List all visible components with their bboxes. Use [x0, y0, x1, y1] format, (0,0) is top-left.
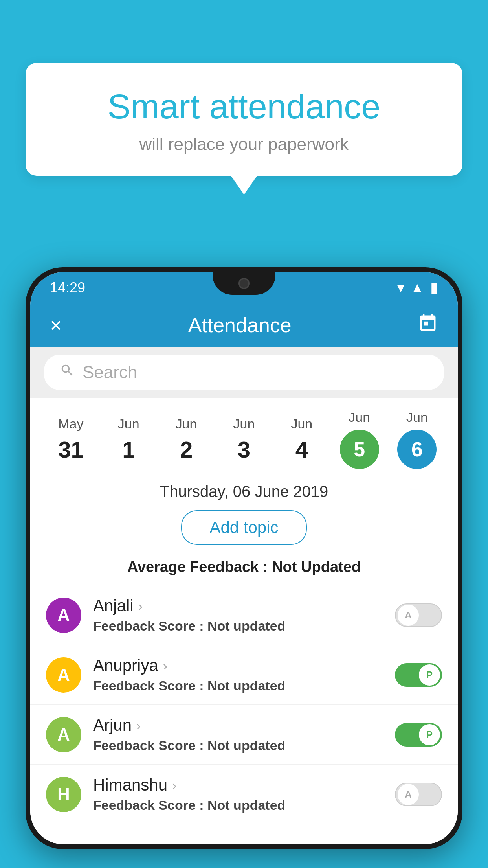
toggle-knob-anjali: A [398, 605, 419, 626]
date-item-jun2[interactable]: Jun 2 [163, 416, 210, 463]
toggle-knob-arjun: P [419, 724, 440, 745]
date-day: 1 [122, 436, 135, 463]
speech-bubble-subtitle: will replace your paperwork [53, 134, 435, 154]
speech-bubble-title: Smart attendance [53, 86, 435, 127]
toggle-knob-anupriya: P [419, 664, 440, 686]
student-info-arjun: Arjun › Feedback Score : Not updated [93, 716, 395, 753]
avg-feedback-label: Average Feedback : [127, 559, 268, 575]
app-bar-title: Attendance [188, 313, 292, 337]
date-day: 31 [58, 436, 84, 463]
battery-icon: ▮ [430, 280, 438, 296]
status-icons: ▾ ▲ ▮ [397, 280, 438, 296]
signal-icon: ▲ [410, 280, 424, 296]
student-feedback-anupriya: Feedback Score : Not updated [93, 678, 395, 693]
avg-feedback-value: Not Updated [272, 559, 361, 575]
student-name-arjun: Arjun › [93, 716, 395, 735]
student-avatar-anjali: A [46, 598, 81, 633]
student-item-anupriya[interactable]: A Anupriya › Feedback Score : Not update… [30, 645, 458, 705]
student-feedback-arjun: Feedback Score : Not updated [93, 738, 395, 753]
calendar-icon[interactable] [418, 313, 438, 338]
camera-dot [238, 278, 250, 289]
date-day: 4 [295, 436, 308, 463]
avg-feedback: Average Feedback : Not Updated [30, 555, 458, 585]
date-month: Jun [233, 416, 255, 432]
date-item-jun1[interactable]: Jun 1 [105, 416, 152, 463]
student-name-himanshu: Himanshu › [93, 776, 395, 794]
search-container: Search [30, 347, 458, 398]
date-day-selected-blue: 6 [397, 430, 437, 469]
add-topic-button[interactable]: Add topic [181, 510, 306, 545]
date-month: Jun [291, 416, 312, 432]
date-month: Jun [406, 410, 428, 425]
attendance-toggle-himanshu[interactable]: A [395, 783, 442, 806]
date-month: Jun [349, 410, 370, 425]
date-day: 3 [238, 436, 250, 463]
date-day: 2 [180, 436, 193, 463]
phone-notch [213, 272, 275, 295]
search-placeholder: Search [83, 362, 137, 382]
students-list: A Anjali › Feedback Score : Not updated … [30, 585, 458, 824]
student-avatar-anupriya: A [46, 657, 81, 693]
chevron-right-icon: › [163, 658, 167, 673]
student-feedback-himanshu: Feedback Score : Not updated [93, 798, 395, 813]
date-item-may31[interactable]: May 31 [47, 416, 94, 463]
status-time: 14:29 [50, 280, 85, 296]
date-month: May [58, 416, 83, 432]
speech-bubble: Smart attendance will replace your paper… [26, 63, 462, 176]
student-name-anupriya: Anupriya › [93, 656, 395, 675]
app-bar: × Attendance [30, 303, 458, 347]
add-topic-container: Add topic [30, 506, 458, 555]
date-item-jun6[interactable]: Jun 6 [393, 410, 440, 469]
selected-date-label: Thursday, 06 June 2019 [30, 473, 458, 506]
student-feedback-anjali: Feedback Score : Not updated [93, 618, 395, 634]
date-month: Jun [118, 416, 139, 432]
calendar-strip: May 31 Jun 1 Jun 2 Jun 3 [30, 398, 458, 473]
toggle-knob-himanshu: A [398, 784, 419, 805]
chevron-right-icon: › [136, 718, 141, 733]
student-item-arjun[interactable]: A Arjun › Feedback Score : Not updated P [30, 705, 458, 765]
phone-wrapper: 14:29 ▾ ▲ ▮ × Attendance [26, 267, 462, 868]
attendance-toggle-anjali[interactable]: A [395, 603, 442, 627]
attendance-toggle-arjun[interactable]: P [395, 723, 442, 747]
student-item-himanshu[interactable]: H Himanshu › Feedback Score : Not update… [30, 765, 458, 824]
attendance-toggle-anupriya[interactable]: P [395, 663, 442, 687]
student-avatar-himanshu: H [46, 777, 81, 812]
student-name-anjali: Anjali › [93, 596, 395, 615]
date-month: Jun [176, 416, 197, 432]
date-item-jun5[interactable]: Jun 5 [336, 410, 383, 469]
date-item-jun3[interactable]: Jun 3 [220, 416, 268, 463]
chevron-right-icon: › [172, 778, 176, 793]
student-avatar-arjun: A [46, 717, 81, 752]
chevron-right-icon: › [138, 598, 143, 614]
search-bar[interactable]: Search [44, 355, 444, 390]
phone-frame: 14:29 ▾ ▲ ▮ × Attendance [26, 267, 462, 849]
date-day-selected-green: 5 [340, 430, 379, 469]
close-button[interactable]: × [50, 313, 62, 337]
wifi-icon: ▾ [397, 280, 404, 296]
student-info-himanshu: Himanshu › Feedback Score : Not updated [93, 776, 395, 813]
student-info-anjali: Anjali › Feedback Score : Not updated [93, 596, 395, 634]
search-icon [60, 363, 75, 382]
student-info-anupriya: Anupriya › Feedback Score : Not updated [93, 656, 395, 693]
date-item-jun4[interactable]: Jun 4 [278, 416, 325, 463]
calendar-dates: May 31 Jun 1 Jun 2 Jun 3 [42, 410, 446, 469]
student-item-anjali[interactable]: A Anjali › Feedback Score : Not updated … [30, 585, 458, 645]
phone-screen: 14:29 ▾ ▲ ▮ × Attendance [30, 272, 458, 844]
